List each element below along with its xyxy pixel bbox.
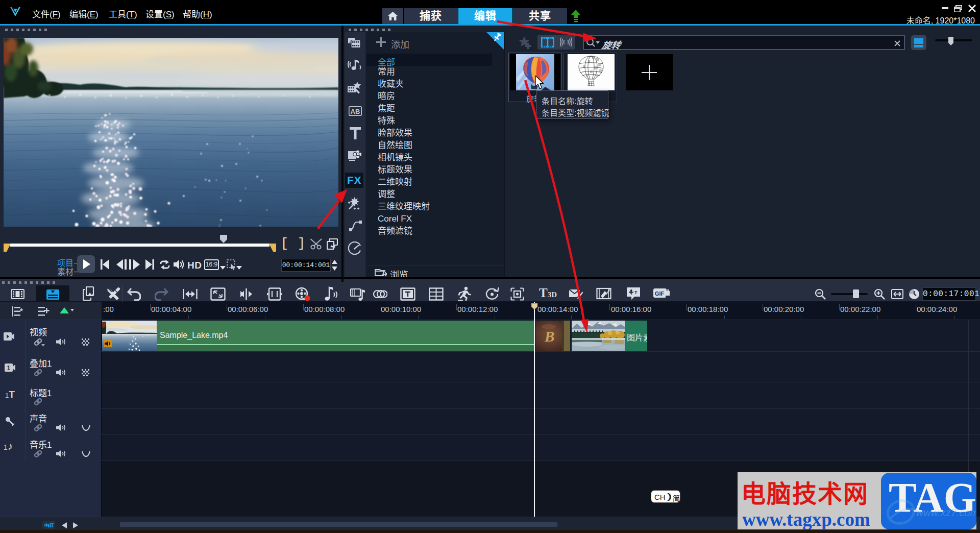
svg-text:T: T: [634, 290, 638, 295]
svg-text:www.xz7.com: www.xz7.com: [916, 507, 976, 518]
svg-text:AB: AB: [351, 108, 360, 115]
svg-text:1: 1: [7, 365, 11, 372]
svg-text:GIF: GIF: [655, 290, 665, 297]
svg-text:B: B: [544, 328, 554, 345]
